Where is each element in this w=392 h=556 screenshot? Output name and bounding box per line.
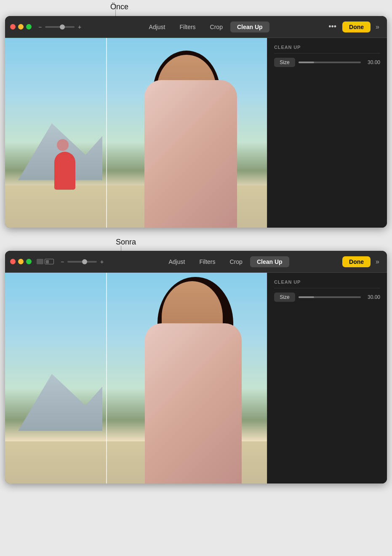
toolbar-after: − + Adjust Filters Crop Clean Up Done » — [5, 251, 387, 273]
size-slider-track[interactable] — [299, 62, 361, 63]
size-row: Size 30.00 — [274, 58, 380, 67]
mountain-after — [18, 368, 102, 431]
zoom-slider-2[interactable] — [67, 261, 97, 263]
close-button[interactable] — [10, 24, 16, 30]
minimize-button-2[interactable] — [18, 259, 24, 264]
filters-tab-2[interactable]: Filters — [192, 256, 222, 267]
after-label: Sonra — [116, 238, 136, 247]
sidebar-before: CLEAN UP Size 30.00 — [267, 38, 387, 228]
cleanup-section-title-2: CLEAN UP — [274, 279, 380, 288]
toolbar-nav-after: Adjust Filters Crop Clean Up — [111, 256, 340, 267]
traffic-lights-before — [10, 24, 32, 30]
adjust-tab[interactable]: Adjust — [142, 21, 172, 32]
person-main — [136, 51, 254, 228]
zoom-thumb — [60, 24, 65, 30]
chevron-right-button-2[interactable]: » — [373, 256, 382, 267]
toolbar-nav-before: Adjust Filters Crop Clean Up — [89, 21, 323, 32]
size-label-button-2[interactable]: Size — [274, 293, 295, 302]
zoom-minus-icon-2[interactable]: − — [59, 258, 66, 265]
close-button-2[interactable] — [10, 259, 16, 264]
content-area-after: CLEAN UP Size 30.00 — [5, 273, 387, 483]
body — [144, 80, 237, 228]
cleanup-tab[interactable]: Clean Up — [230, 21, 269, 32]
single-view-icon[interactable] — [37, 259, 43, 264]
view-toggle-icons — [37, 259, 54, 264]
size-row-2: Size 30.00 — [274, 293, 380, 302]
zoom-control-2: − + — [59, 258, 105, 265]
content-area-before: CLEAN UP Size 30.00 — [5, 38, 387, 228]
zoom-control: − + — [37, 24, 83, 30]
done-button-2[interactable]: Done — [342, 256, 371, 267]
sidebar-after: CLEAN UP Size 30.00 — [267, 273, 387, 483]
before-after-divider — [106, 38, 107, 228]
section-gap: Sonra — [0, 228, 392, 251]
zoom-slider[interactable] — [45, 26, 75, 28]
size-slider-track-2[interactable] — [299, 296, 361, 298]
size-slider-fill-2 — [299, 296, 314, 298]
cleanup-tab-2[interactable]: Clean Up — [250, 256, 289, 267]
after-photo — [5, 273, 267, 483]
person-left-body — [54, 152, 75, 190]
before-photo — [5, 38, 267, 228]
size-label-button[interactable]: Size — [274, 58, 295, 67]
person-main-after — [141, 277, 267, 483]
done-button[interactable]: Done — [342, 21, 371, 32]
image-area-before[interactable] — [5, 38, 267, 228]
window-before: − + Adjust Filters Crop Clean Up ••• Don… — [5, 16, 387, 228]
fullscreen-button-2[interactable] — [26, 259, 32, 264]
zoom-thumb-2 — [82, 259, 87, 264]
minimize-button[interactable] — [18, 24, 24, 30]
chevron-right-button[interactable]: » — [373, 21, 382, 32]
filters-tab[interactable]: Filters — [173, 21, 202, 32]
zoom-plus-icon[interactable]: + — [76, 24, 83, 30]
size-slider-fill — [299, 62, 314, 63]
label-line-1 — [115, 4, 116, 17]
toolbar-before: − + Adjust Filters Crop Clean Up ••• Don… — [5, 16, 387, 38]
before-label: Önce — [110, 3, 128, 11]
crop-tab-2[interactable]: Crop — [223, 256, 249, 267]
person-left — [52, 139, 77, 190]
label-line-2 — [121, 246, 121, 251]
before-after-divider-2 — [106, 273, 107, 483]
window-after: − + Adjust Filters Crop Clean Up Done » — [5, 251, 387, 483]
size-value: 30.00 — [364, 59, 380, 65]
split-view-icon[interactable] — [45, 259, 54, 264]
size-value-2: 30.00 — [364, 294, 380, 300]
crop-tab[interactable]: Crop — [203, 21, 229, 32]
adjust-tab-2[interactable]: Adjust — [162, 256, 192, 267]
more-options-button[interactable]: ••• — [325, 21, 340, 33]
person-left-head — [57, 139, 69, 151]
fullscreen-button[interactable] — [26, 24, 32, 30]
zoom-plus-icon-2[interactable]: + — [99, 258, 105, 265]
body-after — [145, 323, 242, 483]
traffic-lights-after — [10, 259, 32, 264]
zoom-minus-icon[interactable]: − — [37, 24, 43, 30]
image-area-after[interactable] — [5, 273, 267, 483]
cleanup-section-title: CLEAN UP — [274, 45, 380, 54]
